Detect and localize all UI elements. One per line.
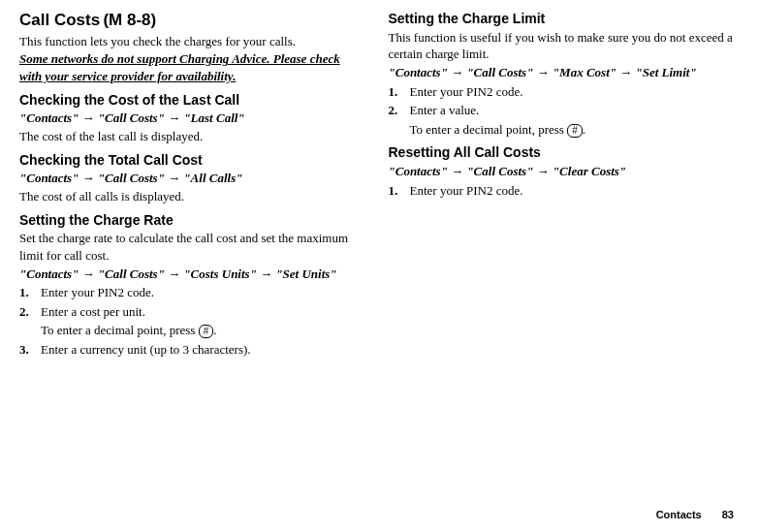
step-extra: To enter a decimal point, press #.: [41, 322, 365, 339]
path-segment: "Clear Costs": [553, 164, 626, 178]
section-desc: Set the charge rate to calculate the cal…: [19, 230, 365, 264]
section-heading-total-cost: Checking the Total Call Cost: [19, 151, 365, 170]
step-extra: To enter a decimal point, press #.: [410, 121, 735, 139]
right-column: Setting the Charge Limit This function i…: [389, 10, 735, 508]
list-item: 1. Enter your PIN2 code.: [389, 182, 735, 200]
hash-key-icon: #: [567, 124, 583, 138]
step-text: Enter a value.: [410, 102, 735, 119]
path-segment: "Contacts": [19, 266, 79, 281]
path-segment: "Call Costs": [466, 164, 533, 178]
nav-path-last-call: "Contacts" → "Call Costs" → "Last Call": [19, 110, 365, 127]
list-item: 3. Enter a currency unit (up to 3 charac…: [19, 341, 365, 359]
section-desc: This function is useful if you wish to m…: [389, 29, 735, 63]
nav-path-all-calls: "Contacts" → "Call Costs" → "All Calls": [19, 170, 365, 187]
menu-reference: (M 8-8): [103, 11, 156, 29]
arrow-icon: →: [619, 65, 632, 79]
two-column-layout: Call Costs (M 8-8) This function lets yo…: [19, 10, 734, 508]
nav-path-set-units: "Contacts" → "Call Costs" → "Costs Units…: [19, 266, 365, 283]
arrow-icon: →: [82, 266, 95, 281]
step-number: 1.: [389, 83, 410, 101]
footer-page-number: 83: [722, 509, 734, 520]
charge-rate-steps: 1. Enter your PIN2 code. 2. Enter a cost…: [19, 284, 365, 358]
path-segment: "All Calls": [183, 171, 242, 185]
path-segment: "Contacts": [389, 164, 448, 178]
step-text: Enter your PIN2 code.: [410, 182, 735, 200]
arrow-icon: →: [537, 164, 550, 178]
step-text: Enter your PIN2 code.: [410, 83, 735, 101]
step-extra-post: .: [213, 323, 216, 337]
arrow-icon: →: [451, 164, 463, 178]
path-segment: "Set Units": [275, 266, 336, 281]
left-column: Call Costs (M 8-8) This function lets yo…: [19, 10, 365, 508]
step-text: Enter a currency unit (up to 3 character…: [41, 341, 365, 359]
step-number: 2.: [389, 102, 410, 119]
step-number: 1.: [389, 182, 410, 200]
step-extra-post: .: [583, 122, 585, 137]
step-number: 2.: [19, 303, 41, 321]
arrow-icon: →: [168, 266, 180, 281]
section-heading-charge-limit: Setting the Charge Limit: [389, 10, 735, 28]
list-item: 1. Enter your PIN2 code.: [389, 83, 735, 101]
section-desc: The cost of all calls is displayed.: [19, 188, 365, 205]
list-item: 2. Enter a cost per unit.: [19, 303, 365, 321]
path-segment: "Contacts": [19, 171, 79, 185]
path-segment: "Costs Units": [183, 266, 257, 281]
section-heading-reset: Resetting All Call Costs: [389, 143, 735, 162]
hash-key-icon: #: [199, 325, 214, 338]
arrow-icon: →: [168, 171, 180, 185]
arrow-icon: →: [260, 266, 272, 281]
nav-path-clear-costs: "Contacts" → "Call Costs" → "Clear Costs…: [389, 163, 735, 180]
path-segment: "Call Costs": [98, 266, 165, 281]
path-segment: "Contacts": [19, 110, 79, 125]
arrow-icon: →: [168, 110, 180, 125]
main-heading: Call Costs: [19, 11, 100, 29]
title-row: Call Costs (M 8-8): [19, 10, 365, 32]
path-segment: "Call Costs": [98, 110, 165, 125]
step-number: 1.: [19, 284, 41, 301]
page-footer: Contacts 83: [19, 508, 734, 522]
step-extra-pre: To enter a decimal point, press: [410, 122, 568, 137]
reset-steps: 1. Enter your PIN2 code.: [389, 182, 735, 200]
arrow-icon: →: [451, 65, 463, 79]
path-segment: "Set Limit": [635, 65, 696, 79]
intro-text: This function lets you check the charges…: [19, 33, 365, 50]
list-item: 1. Enter your PIN2 code.: [19, 284, 365, 301]
nav-path-set-limit: "Contacts" → "Call Costs" → "Max Cost" →…: [389, 64, 735, 81]
path-segment: "Max Cost": [553, 65, 617, 79]
step-text: Enter a cost per unit.: [41, 303, 365, 321]
step-extra-pre: To enter a decimal point, press: [41, 323, 199, 337]
step-text: Enter your PIN2 code.: [41, 284, 365, 301]
section-desc: The cost of the last call is displayed.: [19, 128, 365, 145]
list-item: 2. Enter a value.: [389, 102, 735, 119]
path-segment: "Call Costs": [98, 171, 165, 185]
arrow-icon: →: [82, 171, 95, 185]
charge-limit-steps: 1. Enter your PIN2 code. 2. Enter a valu…: [389, 83, 735, 139]
arrow-icon: →: [537, 65, 550, 79]
section-heading-last-call: Checking the Cost of the Last Call: [19, 91, 365, 110]
arrow-icon: →: [82, 110, 95, 125]
availability-note: Some networks do not support Charging Ad…: [19, 50, 365, 84]
footer-section-name: Contacts: [656, 509, 702, 520]
section-heading-charge-rate: Setting the Charge Rate: [19, 211, 365, 230]
path-segment: "Call Costs": [466, 65, 533, 79]
path-segment: "Last Call": [183, 110, 244, 125]
path-segment: "Contacts": [389, 65, 448, 79]
step-number: 3.: [19, 341, 41, 359]
